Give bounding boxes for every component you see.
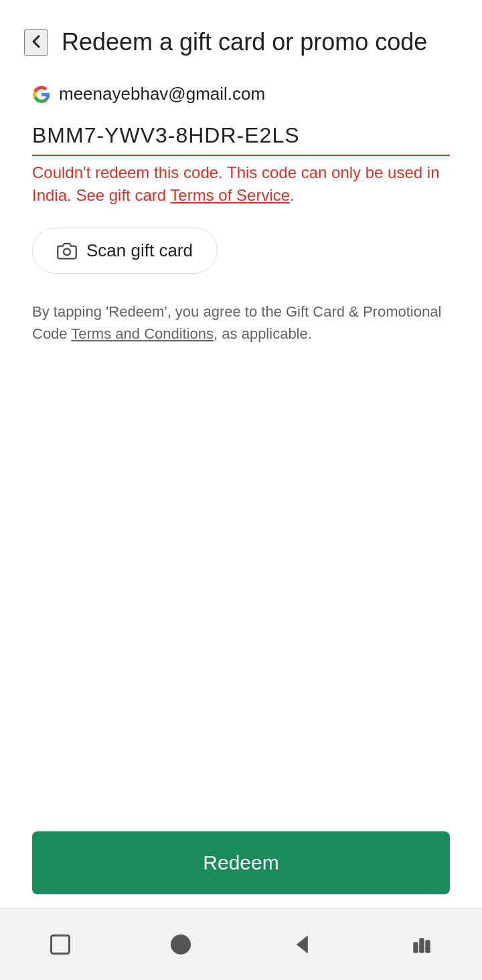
terms-text-part2: , as applicable. (214, 325, 312, 342)
svg-rect-6 (426, 941, 430, 953)
recent-apps-icon[interactable] (40, 924, 80, 965)
android-nav-bar (0, 908, 482, 980)
gift-card-code-input[interactable] (32, 118, 450, 156)
back-nav-icon[interactable] (281, 924, 321, 965)
scan-gift-card-label: Scan gift card (86, 240, 193, 261)
redeem-button-container: Redeem (0, 831, 482, 908)
account-email: meenayebhav@gmail.com (59, 84, 265, 104)
error-message: Couldn't redeem this code. This code can… (32, 161, 450, 206)
svg-marker-3 (297, 936, 307, 953)
svg-rect-5 (420, 938, 424, 953)
screen: Redeem a gift card or promo code meenaye… (0, 0, 482, 980)
svg-point-2 (172, 935, 190, 953)
error-text-part2: . (290, 186, 295, 204)
terms-text: By tapping 'Redeem', you agree to the Gi… (32, 301, 450, 345)
scan-gift-card-button[interactable]: Scan gift card (32, 228, 218, 274)
terms-and-conditions-link[interactable]: Terms and Conditions (71, 325, 214, 342)
header: Redeem a gift card or promo code (0, 0, 482, 70)
google-g-icon (32, 85, 51, 104)
camera-icon (57, 241, 77, 261)
assistant-icon[interactable] (402, 924, 442, 965)
redeem-button[interactable]: Redeem (32, 831, 450, 894)
svg-point-0 (64, 248, 70, 255)
svg-rect-1 (52, 935, 70, 953)
home-icon[interactable] (161, 924, 201, 965)
svg-rect-4 (414, 943, 418, 953)
terms-of-service-link[interactable]: Terms of Service (170, 186, 290, 204)
back-button[interactable] (24, 29, 48, 56)
account-row: meenayebhav@gmail.com (32, 84, 450, 104)
code-input-wrapper (32, 118, 450, 156)
page-title: Redeem a gift card or promo code (62, 27, 427, 57)
content-area: meenayebhav@gmail.com Couldn't redeem th… (0, 70, 482, 831)
